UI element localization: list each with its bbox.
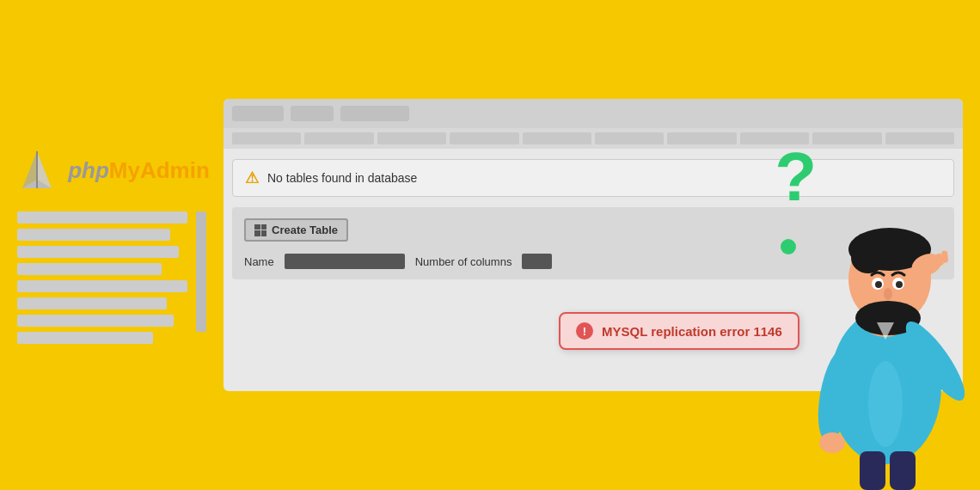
sidebar-bar-7	[17, 315, 174, 327]
sidebar-bar-2	[17, 229, 170, 241]
name-label: Name	[244, 255, 274, 268]
columns-count-input[interactable]	[522, 254, 552, 269]
logo-php: php	[68, 157, 109, 183]
col-header-7	[667, 132, 736, 144]
table-icon	[254, 224, 266, 236]
svg-rect-24	[860, 451, 885, 490]
nav-tab-2[interactable]	[291, 106, 334, 121]
ui-nav-bar	[224, 99, 963, 128]
svg-point-15	[875, 281, 882, 288]
question-dot-decoration	[781, 239, 796, 254]
nav-tab-1[interactable]	[232, 106, 284, 121]
svg-rect-25	[890, 451, 916, 490]
sidebar-bar-8	[17, 332, 153, 344]
phpmyadmin-logo-icon	[14, 147, 61, 194]
create-table-button[interactable]: Create Table	[244, 218, 348, 242]
warning-message: No tables found in database	[267, 171, 417, 185]
left-panel: phpMyAdmin	[17, 147, 206, 344]
svg-point-16	[896, 281, 903, 288]
col-header-9	[812, 132, 881, 144]
error-icon: !	[576, 322, 593, 340]
create-table-label: Create Table	[272, 224, 338, 236]
col-header-3	[377, 132, 446, 144]
sidebar-bar-6	[17, 297, 167, 309]
sidebar-bar-3	[17, 246, 179, 258]
svg-rect-12	[941, 250, 948, 263]
sidebar-scrollbar[interactable]	[196, 211, 206, 332]
columns-label: Number of columns	[415, 255, 512, 268]
sidebar-bar-4	[17, 263, 162, 275]
warning-icon: ⚠	[245, 168, 259, 187]
col-header-1	[232, 132, 301, 144]
logo-text: phpMyAdmin	[68, 159, 210, 181]
sidebar-bars	[17, 211, 187, 344]
col-header-4	[450, 132, 518, 144]
error-message: MYSQL replication error 1146	[602, 324, 782, 339]
sidebar-bar-5	[17, 280, 187, 292]
svg-point-8	[851, 242, 885, 273]
logo-myadmin: MyAdmin	[109, 157, 210, 183]
svg-point-23	[868, 361, 903, 447]
error-tooltip: ! MYSQL replication error 1146	[559, 312, 799, 350]
table-name-input[interactable]	[285, 254, 405, 269]
svg-point-17	[884, 288, 892, 300]
col-header-5	[523, 132, 591, 144]
col-header-10	[885, 132, 954, 144]
col-header-2	[304, 132, 373, 144]
svg-point-22	[819, 432, 845, 453]
sidebar-bar-1	[17, 211, 187, 224]
sidebar-content	[17, 211, 206, 344]
character-svg	[791, 146, 980, 490]
logo-area: phpMyAdmin	[14, 147, 210, 194]
col-header-6	[595, 132, 664, 144]
question-mark-decoration: ?	[775, 138, 817, 217]
confused-person-illustration	[791, 146, 980, 490]
nav-tab-3[interactable]	[340, 106, 409, 121]
